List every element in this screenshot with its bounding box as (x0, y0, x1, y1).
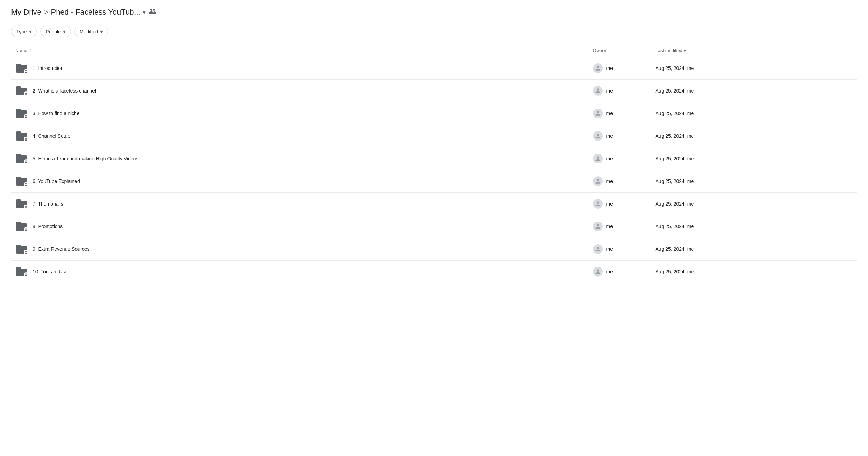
folder-icon-wrapper (15, 130, 28, 142)
avatar (593, 199, 603, 209)
file-name: 6. YouTube Explained (33, 178, 80, 184)
modified-date: Aug 25, 2024 (656, 133, 684, 139)
avatar (593, 86, 603, 96)
type-chevron-icon: ▾ (29, 28, 32, 35)
file-table: Name ↑ Owner Last modified ▾ (11, 44, 857, 283)
table-row[interactable]: 8. Promotions me Aug 25, 2024 me (11, 215, 857, 238)
modified-by: me (687, 201, 694, 207)
owner-cell: me (589, 193, 651, 215)
modified-column-header[interactable]: Last modified ▾ (651, 44, 857, 57)
folder-icon-wrapper (15, 175, 28, 187)
folder-icon (16, 177, 27, 186)
page-container: My Drive > Phed - Faceless YouTub... ▾ T… (0, 0, 868, 290)
name-cell: 6. YouTube Explained (11, 170, 589, 193)
file-name: 1. Introduction (33, 65, 64, 71)
avatar (593, 176, 603, 186)
modified-chevron-icon: ▾ (100, 28, 103, 35)
modified-date: Aug 25, 2024 (656, 201, 684, 207)
owner-cell: me (589, 215, 651, 238)
folder-icon (16, 245, 27, 254)
table-row[interactable]: 1. Introduction me Aug 25, 2024 me (11, 57, 857, 80)
folder-icon (16, 86, 27, 95)
modified-date: Aug 25, 2024 (656, 111, 684, 116)
name-cell: 4. Channel Setup (11, 125, 589, 147)
modified-cell: Aug 25, 2024 me (651, 261, 857, 283)
owner-name: me (606, 156, 613, 161)
modified-date: Aug 25, 2024 (656, 178, 684, 184)
avatar (593, 154, 603, 163)
modified-cell: Aug 25, 2024 me (651, 238, 857, 261)
file-name: 7. Thumbnails (33, 201, 63, 207)
name-cell: 2. What is a faceless channel (11, 80, 589, 102)
people-chevron-icon: ▾ (63, 28, 66, 35)
owner-name: me (606, 88, 613, 94)
modified-cell: Aug 25, 2024 me (651, 193, 857, 215)
owner-name: me (606, 224, 613, 229)
modified-by: me (687, 178, 694, 184)
modified-by: me (687, 246, 694, 252)
breadcrumb-current-folder[interactable]: Phed - Faceless YouTub... ▾ (51, 8, 145, 17)
file-name: 3. How to find a niche (33, 111, 80, 116)
avatar (593, 131, 603, 141)
modified-date: Aug 25, 2024 (656, 246, 684, 252)
file-name: 9. Extra Revenue Sources (33, 246, 89, 252)
folder-icon-wrapper (15, 198, 28, 210)
name-cell: 1. Introduction (11, 57, 589, 80)
breadcrumb-separator: > (44, 8, 48, 16)
type-filter-button[interactable]: Type ▾ (11, 26, 37, 37)
modified-cell: Aug 25, 2024 me (651, 57, 857, 80)
owner-name: me (606, 133, 613, 139)
table-row[interactable]: 4. Channel Setup me Aug 25, 2024 me (11, 125, 857, 147)
modified-cell: Aug 25, 2024 me (651, 102, 857, 125)
modified-cell: Aug 25, 2024 me (651, 80, 857, 102)
folder-icon-wrapper (15, 62, 28, 74)
avatar (593, 63, 603, 73)
table-row[interactable]: 5. Hiring a Team and making High Quality… (11, 147, 857, 170)
owner-cell: me (589, 125, 651, 147)
table-row[interactable]: 7. Thumbnails me Aug 25, 2024 me (11, 193, 857, 215)
shared-people-icon[interactable] (148, 7, 157, 17)
avatar (593, 267, 603, 277)
table-row[interactable]: 9. Extra Revenue Sources me Aug 25, 2024… (11, 238, 857, 261)
owner-cell: me (589, 147, 651, 170)
modified-date: Aug 25, 2024 (656, 88, 684, 94)
owner-cell: me (589, 170, 651, 193)
table-row[interactable]: 3. How to find a niche me Aug 25, 2024 m… (11, 102, 857, 125)
my-drive-link[interactable]: My Drive (11, 8, 41, 17)
file-name: 10. Tools to Use (33, 269, 67, 274)
modified-filter-button[interactable]: Modified ▾ (74, 26, 108, 37)
people-filter-button[interactable]: People ▾ (40, 26, 71, 37)
owner-name: me (606, 201, 613, 207)
modified-by: me (687, 156, 694, 161)
table-row[interactable]: 10. Tools to Use me Aug 25, 2024 me (11, 261, 857, 283)
modified-cell: Aug 25, 2024 me (651, 147, 857, 170)
folder-icon (16, 109, 27, 118)
owner-name: me (606, 111, 613, 116)
owner-cell: me (589, 57, 651, 80)
avatar (593, 109, 603, 118)
folder-icon (16, 222, 27, 231)
file-name: 8. Promotions (33, 224, 63, 229)
modified-by: me (687, 224, 694, 229)
folder-icon (16, 131, 27, 141)
folder-icon-wrapper (15, 220, 28, 233)
table-header-row: Name ↑ Owner Last modified ▾ (11, 44, 857, 57)
name-cell: 3. How to find a niche (11, 102, 589, 125)
modified-cell: Aug 25, 2024 me (651, 125, 857, 147)
modified-by: me (687, 65, 694, 71)
modified-sort-icon: ▾ (684, 48, 686, 53)
name-column-header[interactable]: Name ↑ (11, 44, 589, 57)
table-row[interactable]: 6. YouTube Explained me Aug 25, 2024 me (11, 170, 857, 193)
breadcrumb-dropdown-icon[interactable]: ▾ (143, 8, 146, 16)
folder-icon-wrapper (15, 85, 28, 97)
owner-cell: me (589, 102, 651, 125)
folder-icon-wrapper (15, 265, 28, 278)
table-row[interactable]: 2. What is a faceless channel me Aug 25,… (11, 80, 857, 102)
name-cell: 10. Tools to Use (11, 261, 589, 283)
modified-date: Aug 25, 2024 (656, 156, 684, 161)
folder-icon-wrapper (15, 243, 28, 255)
file-name: 5. Hiring a Team and making High Quality… (33, 156, 139, 161)
modified-cell: Aug 25, 2024 me (651, 215, 857, 238)
owner-name: me (606, 65, 613, 71)
modified-by: me (687, 269, 694, 274)
